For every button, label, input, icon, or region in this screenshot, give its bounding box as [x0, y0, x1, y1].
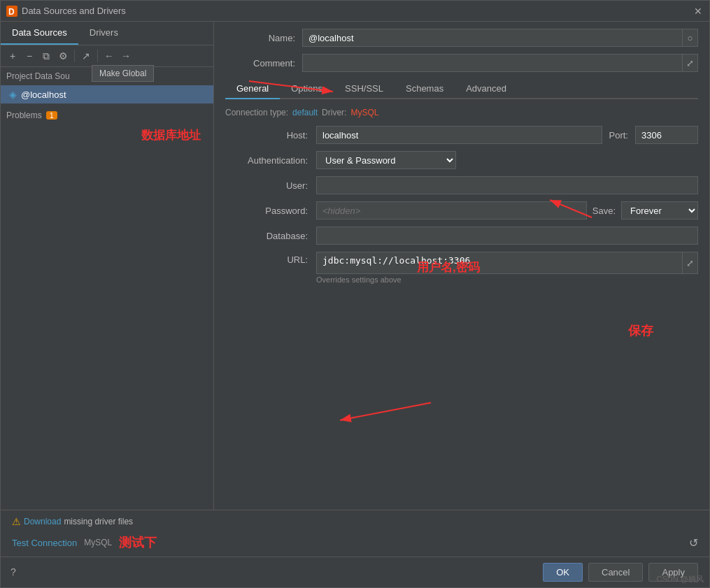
user-input[interactable] — [316, 176, 698, 194]
url-wrap: jdbc:mysql://localhost:3306 ⤢ — [316, 252, 698, 274]
main-window: D Data Sources and Drivers ✕ Data Source… — [0, 0, 710, 588]
annotation-user-pass: 用户名,密码 — [417, 259, 480, 275]
host-row: Host: Port: — [225, 126, 698, 144]
url-expand-btn[interactable]: ⤢ — [683, 252, 698, 274]
toolbar: + − ⧉ ⚙ ↗ Make Global ← → — [1, 45, 213, 67]
tab-ssh-ssl[interactable]: SSH/SSL — [334, 79, 395, 99]
app-icon: D — [6, 6, 17, 17]
tab-advanced[interactable]: Advanced — [455, 79, 518, 99]
tree-item-localhost[interactable]: ◈ @localhost — [1, 85, 213, 103]
comment-label: Comment: — [225, 58, 302, 69]
svg-line-5 — [340, 403, 431, 420]
conn-type-row: Connection type: default Driver: MySQL — [225, 108, 698, 117]
left-tabs: Data Sources Drivers — [1, 22, 213, 45]
annotation-save: 保存 — [628, 322, 653, 339]
download-link[interactable]: Download — [24, 517, 61, 526]
problems-badge: 1 — [46, 111, 57, 120]
conn-type-link[interactable]: default — [292, 108, 318, 117]
driver-link[interactable]: MySQL — [350, 108, 378, 117]
auth-label: Authentication: — [225, 155, 316, 166]
warning-icon: ⚠ — [12, 516, 21, 527]
separator2 — [97, 50, 98, 62]
auth-select[interactable]: User & Password No auth pgpass — [316, 151, 456, 169]
comment-expand-btn[interactable]: ⤢ — [683, 54, 698, 72]
forward-button[interactable]: → — [118, 48, 134, 64]
settings-button[interactable]: ⚙ — [55, 48, 71, 64]
save-select[interactable]: Forever Until restart Never — [621, 201, 698, 220]
name-expand-btn[interactable]: ○ — [683, 29, 698, 47]
database-label: Database: — [225, 231, 316, 241]
password-label: Password: — [225, 206, 316, 216]
download-row: ⚠ Download missing driver files — [12, 516, 698, 527]
annotation-test: 测试下 — [119, 534, 157, 551]
test-area: Test Connection MySQL 测试下 — [12, 534, 157, 551]
cancel-button[interactable]: Cancel — [588, 563, 643, 582]
reset-button[interactable]: ↺ — [689, 536, 698, 550]
database-row: Database: — [225, 227, 698, 245]
separator — [74, 50, 75, 62]
copy-button[interactable]: ⧉ — [38, 48, 54, 64]
form-area: Host: Port: Authentication: User & Passw… — [225, 126, 698, 284]
window-title: Data Sources and Drivers — [22, 6, 693, 16]
tab-schemas[interactable]: Schemas — [395, 79, 455, 99]
bottom-bar: ⚠ Download missing driver files Test Con… — [1, 510, 709, 557]
conn-type-label: Connection type: — [225, 108, 288, 117]
tooltip-make-global: Make Global — [92, 65, 154, 82]
tab-options[interactable]: Options — [280, 79, 334, 99]
tab-general[interactable]: General — [225, 79, 280, 99]
problems-row: Problems 1 — [1, 106, 213, 124]
user-row: User: — [225, 176, 698, 194]
comment-row: Comment: ⤢ — [225, 54, 698, 72]
name-label: Name: — [225, 33, 302, 43]
make-global-button[interactable]: ↗ — [78, 48, 94, 64]
left-panel: Data Sources Drivers + − ⧉ ⚙ ↗ Make Glob… — [1, 22, 214, 510]
test-connection-link[interactable]: Test Connection — [12, 538, 77, 548]
driver-label: Driver: — [322, 108, 346, 117]
help-button[interactable]: ? — [10, 566, 16, 578]
auth-row: Authentication: User & Password No auth … — [225, 151, 698, 169]
tree-item-label: @localhost — [21, 89, 66, 100]
url-input[interactable]: jdbc:mysql://localhost:3306 — [316, 252, 683, 274]
problems-label: Problems — [6, 110, 42, 120]
right-tabs: General Options SSH/SSL Schemas Advanced — [225, 79, 698, 99]
watermark: CSDN @柄风 — [657, 574, 704, 585]
url-field-area: jdbc:mysql://localhost:3306 ⤢ Overrides … — [316, 252, 698, 284]
name-input[interactable] — [302, 29, 683, 47]
dialog-footer: OK Cancel Apply — [1, 557, 709, 587]
password-row: Password: Save: Forever Until restart Ne… — [225, 201, 698, 220]
host-input[interactable] — [316, 126, 602, 144]
host-label: Host: — [225, 130, 316, 141]
database-icon: ◈ — [9, 89, 17, 100]
main-content: Data Sources Drivers + − ⧉ ⚙ ↗ Make Glob… — [1, 22, 709, 510]
url-label: URL: — [225, 252, 316, 265]
port-input[interactable] — [635, 126, 698, 144]
ok-button[interactable]: OK — [543, 563, 583, 582]
remove-button[interactable]: − — [22, 48, 37, 64]
user-label: User: — [225, 180, 316, 191]
close-button[interactable]: ✕ — [693, 6, 704, 17]
title-bar: D Data Sources and Drivers ✕ — [1, 1, 709, 22]
annotation-db-address: 数据库地址 — [141, 127, 201, 143]
url-hint: Overrides settings above — [316, 275, 698, 284]
download-text: missing driver files — [64, 517, 133, 526]
add-button[interactable]: + — [5, 48, 20, 64]
name-row: Name: ○ — [225, 29, 698, 47]
save-label: Save: — [587, 206, 621, 216]
back-button[interactable]: ← — [101, 48, 117, 64]
bottom-actions: Test Connection MySQL 测试下 ↺ — [12, 530, 698, 551]
svg-text:D: D — [8, 7, 15, 17]
database-input[interactable] — [316, 227, 698, 245]
tab-drivers[interactable]: Drivers — [78, 22, 129, 45]
right-panel: Name: ○ Comment: ⤢ General Options SSH/S… — [214, 22, 709, 510]
mysql-bottom-label: MySQL — [84, 538, 112, 547]
comment-input[interactable] — [302, 54, 683, 72]
tab-data-sources[interactable]: Data Sources — [1, 22, 78, 45]
port-label: Port: — [602, 130, 635, 141]
password-input[interactable] — [316, 201, 587, 220]
